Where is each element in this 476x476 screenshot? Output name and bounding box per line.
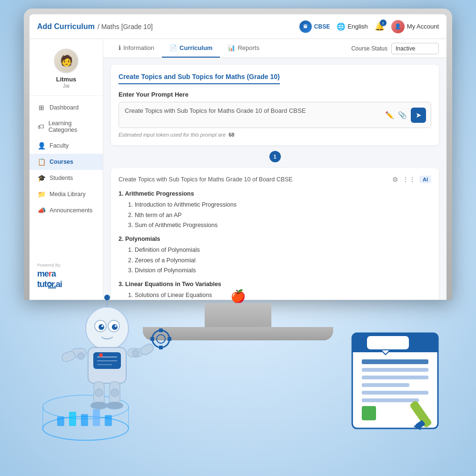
avatar: 👤: [391, 20, 405, 33]
attach-button[interactable]: 📎: [398, 111, 407, 119]
tab-label: Reports: [238, 44, 259, 51]
curriculum-tab-icon: 📄: [169, 44, 177, 51]
svg-point-9: [86, 307, 129, 350]
ai-result-header: Create Topics with Sub Topics for Maths …: [119, 176, 431, 183]
subtopic-2-2: 2. Zeroes of a Polynomial: [128, 256, 431, 266]
svg-point-40: [78, 353, 84, 359]
subtopic-1-2: 2. Nth term of an AP: [128, 210, 431, 220]
notifications-bell[interactable]: 🔔 1: [375, 21, 385, 31]
result-number-badge: 1: [269, 151, 281, 162]
content-area: ℹ Information 📄 Curriculum 📊 Reports: [103, 39, 446, 300]
sidebar-item-label: Media Library: [50, 191, 86, 198]
tab-information[interactable]: ℹ Information: [111, 39, 162, 58]
cbse-icon: 🏛: [299, 20, 312, 33]
topic-1: 1. Arithmetic Progressions 1. Introducti…: [119, 189, 431, 230]
tabs-left: ℹ Information 📄 Curriculum 📊 Reports: [111, 39, 267, 58]
course-status-select[interactable]: Inactive Active Draft: [391, 43, 439, 54]
section-title: Create Topics and Sub Topics for Maths (…: [119, 73, 280, 84]
cbse-label: CBSE: [314, 23, 330, 30]
tab-reports[interactable]: 📊 Reports: [220, 39, 267, 58]
ai-result-actions: ⚙ ⋮⋮ AI: [392, 176, 431, 183]
apple-logo: 🍎: [230, 289, 246, 304]
sidebar-item-courses[interactable]: 📋 Courses: [30, 154, 103, 170]
svg-rect-6: [81, 414, 88, 426]
subtopic-2-1: 1. Definition of Polynomials: [128, 245, 431, 255]
main-layout: 🧑 Litmus Jai ⊞ Dashboard 🏷 Learning Cate…: [30, 39, 446, 300]
sidebar-item-faculty[interactable]: 👤 Faculty: [30, 138, 103, 154]
svg-rect-30: [159, 328, 163, 332]
user-subtitle: Jai: [63, 83, 69, 89]
prompt-box: Create Topics with Sub Topics for Maths …: [119, 102, 431, 128]
svg-point-37: [106, 402, 123, 409]
ai-badge: AI: [419, 176, 431, 183]
document-decoration: [343, 328, 462, 438]
language-selector[interactable]: 🌐 English: [337, 22, 368, 31]
sidebar: 🧑 Litmus Jai ⊞ Dashboard 🏷 Learning Cate…: [30, 39, 103, 300]
svg-rect-49: [362, 376, 428, 379]
courses-icon: 📋: [37, 158, 46, 166]
globe-icon: 🌐: [337, 22, 346, 31]
settings-icon[interactable]: ⚙: [392, 176, 398, 183]
ai-result-prompt-text: Create Topics with Sub Topics for Maths …: [119, 176, 293, 183]
sidebar-item-students[interactable]: 🎓 Students: [30, 170, 103, 186]
header-title: Add Curriculum / Maths [Grade 10]: [37, 22, 299, 31]
svg-point-14: [101, 325, 103, 327]
monitor-screen: Add Curriculum / Maths [Grade 10] 🏛 CBSE…: [30, 14, 446, 300]
svg-point-12: [99, 324, 104, 330]
svg-rect-47: [362, 359, 428, 364]
top-header: Add Curriculum / Maths [Grade 10] 🏛 CBSE…: [30, 14, 446, 39]
svg-point-15: [115, 325, 117, 327]
result-number-divider: 1: [111, 151, 439, 162]
tab-label: Curriculum: [179, 44, 212, 51]
prompt-label: Enter Your Prompt Here: [119, 91, 431, 98]
dashboard-icon: ⊞: [37, 104, 46, 111]
course-status-area: Course Status Inactive Active Draft: [351, 43, 439, 54]
send-prompt-button[interactable]: ➤: [411, 108, 426, 123]
students-icon: 🎓: [37, 174, 46, 182]
monitor-outer: Add Curriculum / Maths [Grade 10] 🏛 CBSE…: [24, 9, 452, 300]
prompt-actions: ✏️ 📎 ➤: [385, 108, 426, 123]
categories-icon: 🏷: [37, 123, 45, 130]
svg-rect-50: [362, 383, 409, 387]
svg-point-28: [152, 330, 169, 347]
sidebar-item-learning-categories[interactable]: 🏷 Learning Categories: [30, 116, 103, 138]
svg-rect-32: [150, 337, 154, 341]
monitor-stand: [205, 303, 271, 329]
topic-2-title: 2. Polynomials: [119, 234, 431, 244]
edit-prompt-button[interactable]: ✏️: [385, 111, 394, 119]
share-icon[interactable]: ⋮⋮: [402, 176, 416, 183]
page-title-sub: / Maths [Grade 10]: [98, 23, 153, 30]
media-icon: 📁: [37, 190, 46, 198]
sidebar-item-announcements[interactable]: 📣 Announcements: [30, 202, 103, 218]
svg-rect-4: [57, 416, 64, 426]
svg-rect-51: [362, 391, 428, 395]
course-status-label: Course Status: [351, 45, 387, 52]
subtopic-1-3: 3. Sum of Arithmetic Progressions: [128, 220, 431, 230]
reports-tab-icon: 📊: [228, 44, 235, 51]
language-label: English: [347, 23, 368, 30]
svg-point-36: [90, 402, 108, 409]
sidebar-item-dashboard[interactable]: ⊞ Dashboard: [30, 99, 103, 116]
header-right: 🏛 CBSE 🌐 English 🔔 1 👤 My Account: [299, 20, 439, 33]
sidebar-item-label: Learning Categories: [49, 120, 95, 133]
page-title-main: Add Curriculum: [37, 22, 95, 31]
sidebar-item-label: Dashboard: [50, 104, 79, 111]
svg-rect-45: [367, 336, 409, 350]
svg-rect-53: [362, 406, 376, 420]
svg-point-38: [95, 389, 103, 397]
information-tab-icon: ℹ: [119, 44, 121, 51]
svg-point-41: [132, 350, 139, 357]
notifications-count: 1: [380, 20, 387, 26]
account-area[interactable]: 👤 My Account: [391, 20, 439, 33]
svg-rect-5: [69, 412, 76, 426]
token-info: Estimated input token used for this prom…: [119, 132, 431, 138]
svg-rect-8: [105, 415, 112, 426]
cbse-badge[interactable]: 🏛 CBSE: [299, 20, 330, 33]
tab-label: Information: [123, 44, 154, 51]
tab-curriculum[interactable]: 📄 Curriculum: [162, 39, 220, 58]
sidebar-item-media-library[interactable]: 📁 Media Library: [30, 186, 103, 202]
token-count: 68: [228, 132, 234, 138]
account-label: My Account: [407, 23, 439, 30]
sidebar-user: 🧑 Litmus Jai: [30, 44, 103, 96]
svg-rect-33: [168, 337, 171, 341]
